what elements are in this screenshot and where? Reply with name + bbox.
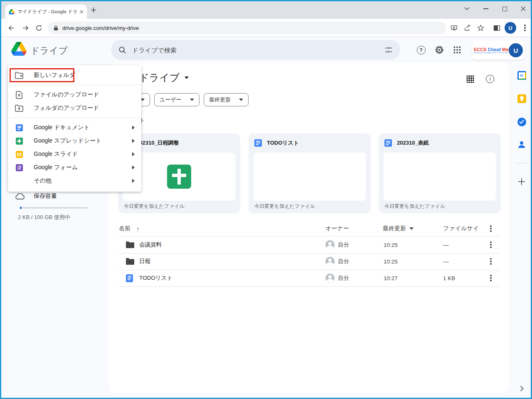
sidebar-item-storage[interactable]: 保存容量 [15,192,57,200]
sheets-icon [15,138,24,145]
forms-icon [15,164,24,171]
folder-upload-icon [15,105,24,112]
menu-item-label: Google フォーム [34,164,132,171]
menu-item-label: その他 [34,177,132,185]
hide-side-panel-chevron-icon[interactable] [517,384,527,394]
cloud-icon [15,193,25,200]
slides-icon [15,151,24,158]
card-title: 202310_日程調整 [136,139,179,147]
suggestion-card[interactable]: TODOリスト 今日変更を加えたファイル [249,133,371,213]
browser-avatar-letter: U [508,25,512,31]
new-tab-button[interactable] [90,7,97,13]
row-more-icon[interactable] [490,236,492,253]
file-row[interactable]: TODOリスト 自分 10:27 1 KB [118,270,500,286]
help-icon[interactable]: ? [415,44,427,56]
account-pill[interactable]: ECCS Cloud Mail Information Technology C… [472,41,525,60]
close-button[interactable] [514,1,532,16]
menu-separator [8,118,141,118]
menu-item-google-docs[interactable]: Google ドキュメント [8,121,141,134]
file-name: TODOリスト [139,270,172,286]
sort-descending-icon [409,227,414,230]
tasks-icon[interactable] [517,117,527,127]
search-icon [118,46,126,54]
search-options-tune-icon[interactable] [384,46,393,54]
eccs-logo-subtitle: Information Technology Center, The Unive… [474,52,509,54]
chip-label: ユーザー [160,96,182,103]
menu-item-more[interactable]: その他 [8,174,141,187]
menu-item-google-forms[interactable]: Google フォーム [8,161,141,174]
tab-search-icon[interactable] [458,1,476,16]
storage-label: 保存容量 [34,192,57,200]
row-more-icon[interactable] [490,253,492,270]
menu-item-folder-upload[interactable]: フォルダのアップロード [8,101,141,115]
tab-title: マイドライブ - Google ドライブ [17,9,77,15]
submenu-arrow-icon [132,179,135,183]
file-row[interactable]: 会議資料 自分 10:25 — [118,236,500,253]
side-panel-icon[interactable] [491,22,502,34]
drive-search-bar[interactable] [111,40,400,60]
docs-icon [15,124,24,131]
row-more-icon[interactable] [490,270,492,286]
drive-account-avatar[interactable]: U [509,43,523,57]
menu-item-google-slides[interactable]: Google スライド [8,148,141,161]
column-header-size[interactable]: ファイルサイ [443,224,479,233]
filter-chip-user[interactable]: ユーザー [154,93,200,106]
column-label: 最終更新 [383,225,406,232]
column-label: 名前 [119,225,131,232]
info-icon[interactable]: i [484,73,496,85]
browser-tab[interactable]: マイドライブ - Google ドライブ [5,5,87,19]
docs-file-icon [126,270,133,286]
search-input[interactable] [132,47,379,54]
docs-file-icon [254,139,262,147]
column-header-owner[interactable]: オーナー [325,224,349,233]
column-header-more-icon[interactable] [490,224,492,233]
file-size: — [443,236,449,253]
calendar-icon[interactable]: 31 [517,70,527,80]
keep-icon[interactable] [517,94,527,103]
settings-gear-icon[interactable] [433,44,445,56]
browser-window: マイドライブ - Google ドライブ [0,0,532,399]
new-menu: 新しいフォルダ ファイルのアップロード フォルダのアップロード [8,65,141,192]
bookmark-star-icon[interactable] [475,22,486,34]
chevron-down-icon [239,99,243,101]
menu-item-google-sheets[interactable]: Google スプレッドシート [8,134,141,148]
lock-icon [54,25,58,31]
filter-chip-modified[interactable]: 最終更新 [204,93,249,106]
back-icon[interactable] [5,22,17,34]
column-label: オーナー [325,225,349,232]
minimize-button[interactable] [477,1,495,16]
tab-close-icon[interactable] [80,10,84,14]
column-header-name[interactable]: 名前 ↑ [119,224,140,233]
contacts-icon[interactable] [517,140,527,150]
submenu-arrow-icon [132,126,135,130]
card-preview [254,153,366,201]
card-title: TODOリスト [267,139,299,147]
modified-time: 10:25 [384,236,398,253]
apps-grid-icon[interactable] [451,44,463,56]
file-name: 会議資料 [139,236,162,253]
card-caption: 今日変更を加えたファイル [124,203,185,210]
menu-item-new-folder[interactable]: 新しいフォルダ [8,69,141,82]
card-caption: 今日変更を加えたファイル [254,203,315,210]
share-icon[interactable] [461,22,473,34]
owner-avatar [325,270,335,286]
column-header-modified[interactable]: 最終更新 [383,224,414,233]
grid-view-icon[interactable] [464,73,476,85]
maximize-button[interactable] [495,1,514,16]
menu-item-file-upload[interactable]: ファイルのアップロード [8,88,141,101]
suggestion-card[interactable]: 202310_表紙 今日変更を加えたファイル [379,133,501,213]
eccs-cloud-mail-logo: ECCS Cloud Mail Information Technology C… [474,47,509,54]
add-side-panel-app-icon[interactable] [517,177,527,187]
forward-icon[interactable] [20,22,31,34]
file-row[interactable]: 日報 自分 10:25 — [118,253,500,270]
install-icon[interactable] [448,22,460,34]
url-bar[interactable]: drive.google.com/drive/my-drive [48,22,446,34]
drive-logo-icon[interactable] [11,42,27,56]
card-title: 202310_表紙 [397,139,429,147]
browser-menu-icon[interactable] [519,22,531,34]
reload-icon[interactable] [33,22,44,34]
eccs-logo-part1: ECCS [474,47,487,52]
folder-icon [126,236,134,253]
owner-avatar [325,253,335,270]
browser-profile-avatar[interactable]: U [505,22,516,34]
